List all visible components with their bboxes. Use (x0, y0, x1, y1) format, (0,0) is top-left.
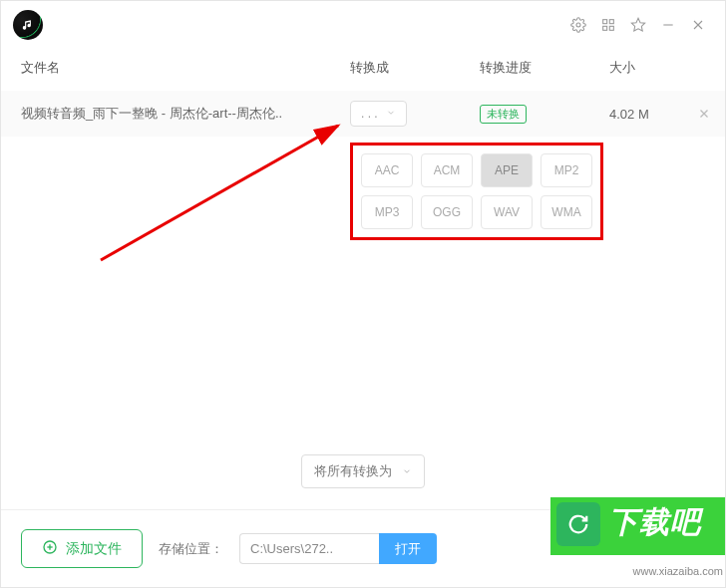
remove-file-button[interactable] (689, 107, 719, 121)
format-option-aac[interactable]: AAC (361, 153, 413, 187)
svg-point-0 (576, 23, 580, 27)
format-option-mp2[interactable]: MP2 (541, 153, 592, 187)
format-option-ogg[interactable]: OGG (421, 195, 473, 229)
format-option-ape[interactable]: APE (481, 153, 533, 187)
storage-path-input[interactable]: C:\Users\272.. (239, 533, 379, 564)
svg-marker-5 (631, 18, 644, 31)
svg-rect-2 (609, 20, 613, 24)
watermark-url: www.xiazaiba.com (633, 565, 723, 577)
format-option-acm[interactable]: ACM (421, 153, 473, 187)
add-file-label: 添加文件 (66, 540, 122, 558)
format-popover: AACACMAPEMP2MP3OGGWAVWMA (350, 143, 603, 240)
status-badge: 未转换 (480, 105, 527, 124)
grid-icon[interactable] (593, 10, 623, 40)
col-header-progress: 转换进度 (480, 59, 609, 77)
col-header-format: 转换成 (350, 59, 480, 77)
format-option-wma[interactable]: WMA (541, 195, 592, 229)
settings-icon[interactable] (563, 10, 593, 40)
svg-rect-3 (603, 26, 607, 30)
file-name: 视频转音频_雨下一整晚 - 周杰伦-art--周杰伦.. (21, 105, 350, 123)
watermark-text: 下载吧 (608, 502, 701, 543)
close-window-icon[interactable] (683, 10, 713, 40)
file-size: 4.02 M (609, 107, 689, 122)
add-file-button[interactable]: 添加文件 (21, 529, 143, 568)
plus-circle-icon (42, 539, 58, 558)
watermark: 下载吧 www.xiazaiba.com (550, 497, 725, 577)
col-header-name: 文件名 (21, 59, 350, 77)
file-row: 视频转音频_雨下一整晚 - 周杰伦-art--周杰伦.. . . . 未转换 4… (1, 91, 725, 137)
titlebar (1, 1, 725, 49)
svg-line-11 (101, 126, 338, 260)
batch-convert-row: 将所有转换为 (1, 454, 725, 488)
svg-rect-1 (603, 20, 607, 24)
refresh-icon[interactable] (556, 502, 600, 546)
storage-label: 存储位置： (159, 540, 223, 558)
open-path-button[interactable]: 打开 (379, 533, 437, 564)
minimize-icon[interactable] (653, 10, 683, 40)
format-option-mp3[interactable]: MP3 (361, 195, 413, 229)
star-icon[interactable] (623, 10, 653, 40)
svg-rect-4 (609, 26, 613, 30)
format-dropdown[interactable]: . . . (350, 101, 407, 127)
format-option-wav[interactable]: WAV (481, 195, 533, 229)
column-headers: 文件名 转换成 转换进度 大小 (1, 49, 725, 91)
batch-convert-label: 将所有转换为 (314, 462, 392, 480)
chevron-down-icon (402, 464, 412, 479)
format-dropdown-value: . . . (361, 107, 378, 121)
app-logo (13, 10, 43, 40)
col-header-size: 大小 (609, 59, 689, 77)
chevron-down-icon (386, 107, 396, 121)
batch-convert-dropdown[interactable]: 将所有转换为 (301, 454, 425, 488)
